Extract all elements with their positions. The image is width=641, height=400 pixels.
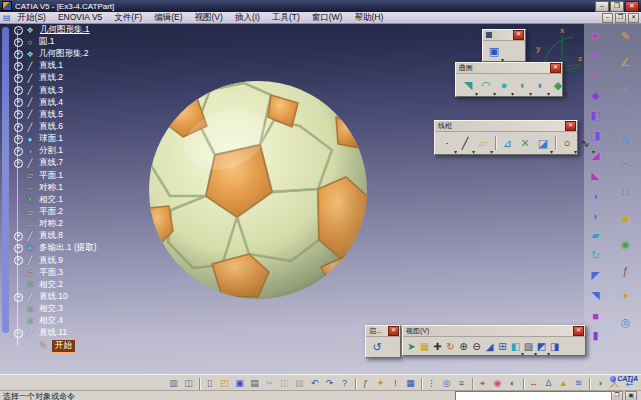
tree-item-intersect[interactable]: ✕ 相交.2 [14, 279, 98, 291]
edge-fillet-icon[interactable]: ◗ [588, 208, 603, 223]
translate-icon[interactable]: ▰ [588, 228, 603, 243]
menu-item[interactable]: 开始(S) [12, 12, 52, 22]
tree-expander[interactable] [14, 244, 23, 253]
open-icon[interactable]: ◰ [218, 377, 231, 390]
dialog-expand-button[interactable]: ❒ [611, 391, 623, 400]
disassemble-icon[interactable]: ◆ [588, 88, 603, 103]
menu-item[interactable]: 编辑(E) [148, 12, 188, 22]
tree-item-sphere[interactable]: ● 球面.1 [14, 133, 98, 145]
pan-icon[interactable]: ✚ [431, 339, 444, 353]
print-icon[interactable]: ▤ [248, 377, 261, 390]
close-icon[interactable]: ✕ [513, 30, 524, 40]
tile-windows-icon[interactable]: ▥ [167, 377, 180, 390]
point-pattern-icon[interactable]: ∷ [618, 185, 633, 200]
tree-item-line[interactable]: ╱ 直线.7 [14, 157, 98, 169]
tree-item-intersect[interactable]: ✕ 相交.1 [14, 194, 98, 206]
check-analysis-icon[interactable]: ! [389, 377, 402, 390]
tree-item-line[interactable]: ╱ 直线.8 [14, 230, 98, 242]
zoom-out-icon[interactable]: ⊖ [470, 339, 483, 353]
sketcher-icon[interactable]: ✎ [618, 29, 633, 44]
zoom-in-icon[interactable]: ⊕ [457, 339, 470, 353]
tree-item-intersect[interactable]: ✕ 相交.3 [14, 303, 98, 315]
help-icon[interactable]: ? [338, 377, 351, 390]
redo-icon[interactable]: ↷ [323, 377, 336, 390]
close-icon[interactable]: ✕ [573, 326, 584, 336]
sketch-tools-icon[interactable]: ▣ [486, 43, 502, 59]
design-table-icon[interactable]: ▦ [404, 377, 417, 390]
tree-item-line[interactable]: ╱ 直线.10 [14, 291, 98, 303]
measure-between-icon[interactable]: ↔ [527, 377, 540, 390]
paste-icon[interactable]: ▧ [293, 377, 306, 390]
hide-show-icon[interactable]: ◩ [535, 339, 548, 353]
plane-icon[interactable]: ▱ [475, 135, 491, 151]
undo-icon[interactable]: ↶ [308, 377, 321, 390]
shape-fillet-icon[interactable]: ◖ [588, 188, 603, 203]
tree-expander[interactable] [14, 123, 23, 132]
knowledge-icon[interactable]: ✦ [374, 377, 387, 390]
measure-inertia-icon[interactable]: ▲ [557, 377, 570, 390]
menu-item[interactable]: 窗口(W) [306, 12, 349, 22]
normal-view-icon[interactable]: ◢ [483, 339, 496, 353]
doc-minimize-button[interactable]: – [602, 13, 613, 23]
layer-filter-icon[interactable]: ≋ [572, 377, 585, 390]
tree-expander[interactable] [14, 293, 23, 302]
measure-item-icon[interactable]: ∆ [542, 377, 555, 390]
tree-item-sketch[interactable]: ✎ 开始 [27, 340, 98, 352]
point-tool-icon[interactable]: + [618, 81, 633, 96]
stamp-icon[interactable]: ◉ [618, 237, 633, 252]
offset-icon[interactable]: ◖ [514, 77, 530, 93]
save-icon[interactable]: ▣ [233, 377, 246, 390]
tree-expander[interactable] [14, 50, 23, 59]
tree-item-line[interactable]: ╱ 直线.6 [14, 121, 98, 133]
formula-icon[interactable]: ƒ [359, 377, 372, 390]
tree-item-line[interactable]: ╱ 直线.3 [14, 85, 98, 97]
render-style-icon[interactable]: ▨ [522, 339, 535, 353]
multi-view-icon[interactable]: ⊞ [496, 339, 509, 353]
iso-view-icon[interactable]: ◧ [509, 339, 522, 353]
split-icon[interactable]: ◧ [588, 108, 603, 123]
constraint-icon[interactable]: ∠ [618, 55, 633, 70]
tree-expander[interactable] [14, 98, 23, 107]
circle-icon[interactable]: ○ [559, 135, 575, 151]
projection-icon[interactable]: ⊿ [499, 135, 515, 151]
tree-item-intersect[interactable]: ✕ 相交.4 [14, 315, 98, 327]
cascade-windows-icon[interactable]: ◫ [182, 377, 195, 390]
link-browser-icon[interactable]: ◐ [506, 377, 519, 390]
graphic-properties-icon[interactable]: ◉ [491, 377, 504, 390]
rotate-transform-icon[interactable]: ↻ [588, 248, 603, 263]
tree-item-multi[interactable]: ✚ 多输出.1 (提取) [14, 242, 98, 254]
list-options-icon[interactable]: ≡ [455, 377, 468, 390]
update-mini-toolbar[interactable]: 启... ✕ ↺ [365, 325, 401, 358]
tree-item-line[interactable]: ╱ 直线.2 [14, 72, 98, 84]
extract-surface-icon[interactable]: ◣ [588, 168, 603, 183]
tree-expander[interactable] [14, 135, 23, 144]
healing-icon[interactable]: ❖ [588, 48, 603, 63]
tree-item-plane[interactable]: ▱ 平面.2 [14, 206, 98, 218]
fill-icon[interactable]: ◆ [550, 77, 566, 93]
sketch-mini-toolbar[interactable]: ✕ ▣ [482, 29, 526, 62]
catalog-icon[interactable]: ◎ [440, 377, 453, 390]
projection-tool-icon[interactable]: ⌒ [618, 107, 633, 122]
tree-item-line[interactable]: ╱ 直线.5 [14, 109, 98, 121]
update-icon[interactable]: ↺ [369, 339, 385, 355]
tree-expander[interactable] [14, 159, 23, 168]
tree-item-line[interactable]: ╱ 直线.4 [14, 97, 98, 109]
tree-expander[interactable] [14, 232, 23, 241]
soccer-ball-model[interactable] [140, 70, 376, 310]
sphere-icon[interactable]: ● [496, 77, 512, 93]
extrapolate-icon[interactable]: ▮ [588, 328, 603, 343]
point-icon[interactable]: · [439, 135, 455, 151]
tree-item-plane[interactable]: ▱ 平面.3 [14, 267, 98, 279]
extrude-icon[interactable]: ◥ [460, 77, 476, 93]
status-help-button[interactable]: ▣ [625, 391, 637, 400]
minimize-button[interactable]: – [595, 1, 609, 12]
scaling-icon[interactable]: ◥ [588, 288, 603, 303]
menu-item[interactable]: 文件(F) [108, 12, 148, 22]
close-icon[interactable]: ✕ [388, 326, 399, 336]
spine-tool-icon[interactable]: ◠ [618, 159, 633, 174]
sweep-icon[interactable]: ◗ [532, 77, 548, 93]
line-icon[interactable]: ╱ [457, 135, 473, 151]
tree-expander[interactable] [14, 110, 23, 119]
affinity-icon[interactable]: ■ [588, 308, 603, 323]
rotate-view-icon[interactable]: ↻ [444, 339, 457, 353]
